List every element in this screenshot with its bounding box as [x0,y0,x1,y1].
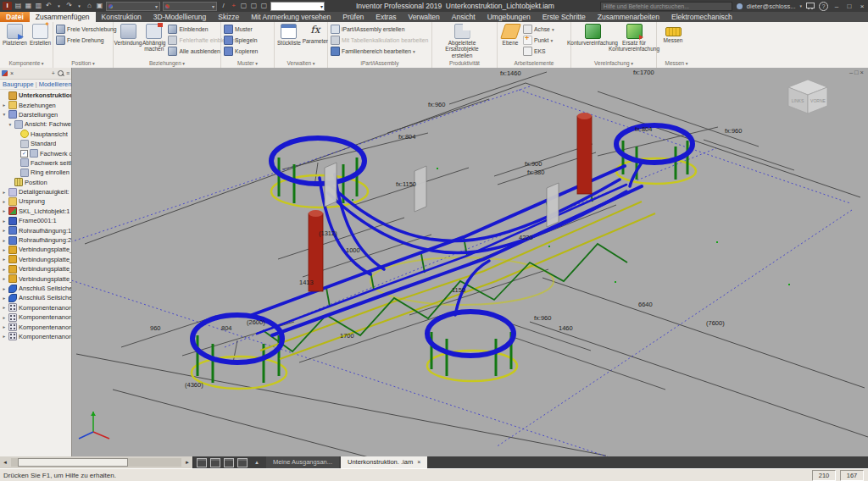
checkbox[interactable]: ✓ [20,150,28,158]
expander-icon[interactable]: ▸ [2,276,7,281]
expander-icon[interactable]: ▾ [2,112,7,117]
platzieren-button[interactable]: Platzieren [3,24,27,46]
add-plus-icon[interactable]: + [230,2,237,10]
window-vertical-icon[interactable] [237,458,248,467]
ribbon-tab[interactable]: Zusammenfügen [30,12,96,22]
ribbon-tab[interactable]: Erste Schritte [537,12,592,22]
expander-icon[interactable]: ▸ [2,257,7,262]
tree-item[interactable]: ▸ ✓ Komponentenanordnun [0,322,71,331]
browser-horizontal-scrollbar[interactable]: ◄ ► [0,456,193,468]
tree-item[interactable]: ▸ ✓ Frame0001:1 [0,216,71,225]
parameter-button[interactable]: fxParameter [303,24,327,44]
expander-icon[interactable]: ▸ [2,238,7,243]
save-icon[interactable]: ▥ [35,2,42,10]
tree-item[interactable]: ▸ ✓ Rohraufhängung:2 [0,235,71,245]
tree-item[interactable]: ✓ Hauptansicht [0,130,71,139]
undo-dropdown-icon[interactable]: ▾ [55,2,63,10]
help-search-input[interactable] [600,2,732,11]
doc-tab-home[interactable]: Meine Ausgangsan... [266,456,339,468]
scrollbar-thumb[interactable] [18,458,128,467]
tree-item[interactable]: ▸ ✓ Komponentenanordnun [0,312,71,322]
ribbon-tab[interactable]: Datei [0,12,30,22]
expander-icon[interactable]: ▸ [2,199,7,204]
screen-layout-icon-1[interactable]: ▢ [240,2,248,10]
minimize-button[interactable]: – [832,3,841,10]
signed-in-user[interactable]: dieter@schloss... [747,3,796,10]
new-file-icon[interactable]: ▤ [14,2,22,10]
tree-item[interactable]: ▸ ✓ Verbindungsplatte_Sei [0,274,71,283]
tree-item[interactable]: ▸ ✓ Verbindungsplatte_Sei [0,264,71,274]
panel-title-vereinfachung[interactable]: Vereinfachung [571,59,656,68]
screen-layout-icon-3[interactable]: ▢ [260,2,268,10]
tree-item[interactable]: ✓ Unterkonstruktion_Lic [0,91,71,100]
panel-title-produktivitaet[interactable]: Produktivität [432,59,497,68]
panel-title-position[interactable]: Position [53,59,113,68]
tree-item[interactable]: ✓ Standard [0,139,71,148]
annotate-icon[interactable]: ▣ [96,2,103,10]
ribbon-tab[interactable]: Umgebungen [481,12,537,22]
panel-title-ipart[interactable]: iPart/iAssembly [328,59,431,68]
kopieren-button[interactable]: Kopieren [224,47,258,56]
search-icon[interactable] [58,70,64,76]
panel-title-verwalten[interactable]: Verwalten [275,59,327,68]
ribbon-tab[interactable]: Skizze [212,12,245,22]
tree-item[interactable]: ▸ ✓ SKL_Lichtobjekt:1 [0,207,71,216]
expander-icon[interactable]: ▸ [2,190,7,195]
tree-item[interactable]: ▸ ✓ Rohraufhängung:1 [0,225,71,235]
window-tile-icon[interactable] [210,458,220,467]
tree-item[interactable]: ▸ ✓ Detailgenauigkeit: H [0,187,71,196]
restore-button[interactable]: □ [845,3,854,10]
ribbon-tab[interactable]: Ansicht [446,12,481,22]
quick-combobox[interactable]: ▾ [270,2,325,11]
punkt-button[interactable]: Punkt▾ [523,36,554,45]
cad-model-canvas[interactable]: LINKS VORNE [72,68,868,456]
konturvereinfachung-button[interactable]: Konturvereinfachung [574,24,611,46]
window-horizontal-icon[interactable] [224,458,234,467]
material-combobox[interactable]: ▾ [106,2,160,11]
tree-item[interactable]: ▾ ✓ Ansicht: Fachwerk [0,119,71,129]
spiegeln-button[interactable]: Spiegeln [224,36,258,45]
familienbereich-button[interactable]: Familienbereich bearbeiten▾ [331,47,428,56]
redo-icon[interactable]: ↷ [65,2,73,10]
app-store-cart-icon[interactable] [806,3,815,8]
tab-close-icon[interactable]: × [417,459,420,465]
ribbon-tab[interactable]: Mit Anmerkung versehen [245,12,337,22]
abhaengig-machen-button[interactable]: Abhängig machen [142,24,165,53]
tree-item[interactable]: ▸ ✓ Ursprung [0,196,71,206]
redo-dropdown-icon[interactable]: ▾ [75,2,83,10]
panel-title-muster[interactable]: Muster [221,59,274,68]
eks-button[interactable]: EKS [523,47,554,56]
panel-title-messen[interactable]: Messen [657,59,696,68]
expander-icon[interactable]: ▸ [2,208,7,213]
open-icon[interactable]: ▦ [25,2,32,10]
scroll-left-icon[interactable]: ◄ [0,460,10,465]
erstellen-button[interactable]: Erstellen [30,24,51,46]
expander-icon[interactable]: ▸ [2,267,7,272]
verbindung-button[interactable]: Verbindung [116,24,140,46]
doc-close-button[interactable]: × [860,69,865,76]
collapse-tabbar-icon[interactable]: ▲ [254,460,259,465]
home-icon[interactable]: ⌂ [86,2,93,10]
tree-item[interactable]: ✓ Fachwerk ob [0,148,71,158]
panel-title-arbeitselemente[interactable]: Arbeitselemente [498,59,570,68]
muster-button[interactable]: Muster [224,25,258,34]
ribbon-tab[interactable]: Verwalten [402,12,445,22]
tree-item[interactable]: ✓ Position [0,178,71,187]
ribbon-tab[interactable]: Extras [370,12,402,22]
tab-modellieren[interactable]: Modellieren [39,80,72,88]
expander-icon[interactable]: ▸ [2,305,7,310]
user-dropdown-icon[interactable]: ▾ [799,3,802,8]
tree-item[interactable]: ▸ ✓ Komponentenanordnun [0,332,71,341]
inventor-logo-icon[interactable]: I [3,2,12,10]
expander-icon[interactable]: ▸ [2,334,7,339]
scroll-right-icon[interactable]: ► [182,460,192,465]
expander-icon[interactable]: ▸ [2,247,7,252]
tree-item[interactable]: ▸ ✓ Beziehungen [0,100,71,109]
ribbon-tab[interactable]: Konstruktion [96,12,147,22]
close-button[interactable]: × [858,3,866,10]
ebene-button[interactable]: Ebene [500,24,520,46]
expander-icon[interactable]: ▸ [2,218,7,224]
help-icon[interactable]: ? [819,2,828,11]
abgeleitete-ersatzobjekte-button[interactable]: Abgeleitete Ersatzobjekte erstellen [435,24,489,58]
messen-button[interactable]: Messen [659,24,687,43]
